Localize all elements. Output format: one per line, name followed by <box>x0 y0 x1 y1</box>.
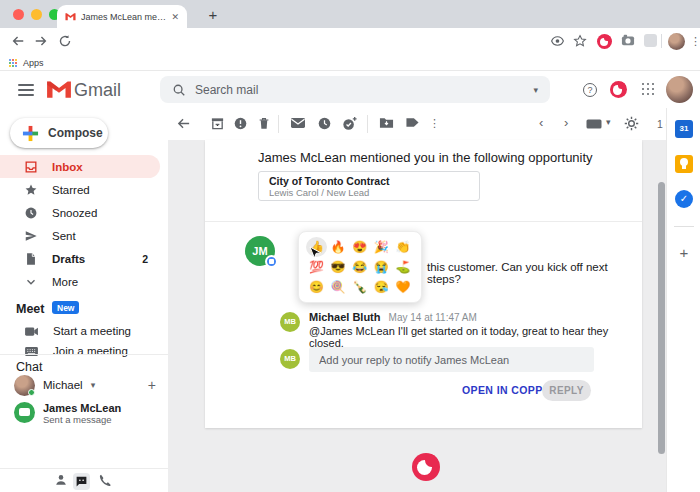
star-icon <box>24 183 38 197</box>
chat-user-row[interactable]: Michael ▾ + <box>14 374 160 396</box>
hamburger-menu-icon[interactable] <box>18 84 34 96</box>
archive-icon[interactable] <box>210 116 225 131</box>
input-tools-icon[interactable] <box>586 119 604 129</box>
chat-tab-icon[interactable] <box>73 473 90 490</box>
window-minimize-button[interactable] <box>31 9 42 20</box>
calendar-icon[interactable]: 31 <box>675 120 693 138</box>
emoji-option[interactable]: 🔥 <box>328 237 349 257</box>
copper-extension-icon[interactable] <box>597 34 612 49</box>
copper-logo <box>412 453 440 481</box>
apps-bookmark[interactable]: Apps <box>23 58 44 68</box>
google-apps-icon[interactable] <box>642 83 655 96</box>
reply-author-name: Michael Bluth <box>309 311 381 323</box>
compose-button[interactable]: Compose <box>10 118 108 148</box>
cursor-icon <box>309 246 322 260</box>
emoji-option[interactable]: 👏 <box>392 237 413 257</box>
snooze-icon[interactable] <box>317 116 332 131</box>
emoji-option[interactable]: ⛳ <box>392 257 413 277</box>
add-to-tasks-icon[interactable] <box>342 116 358 131</box>
delete-icon[interactable] <box>257 116 271 131</box>
help-icon[interactable]: ? <box>583 83 597 97</box>
tasks-icon[interactable]: ✓ <box>675 190 693 208</box>
opportunity-meta: Lewis Carol / New Lead <box>269 187 469 198</box>
emoji-option[interactable]: 🍭 <box>328 277 349 297</box>
copper-app-icon[interactable] <box>610 81 627 98</box>
keep-icon[interactable] <box>675 155 693 173</box>
reload-icon[interactable] <box>58 34 72 48</box>
forward-icon[interactable] <box>34 34 48 48</box>
scrollbar-thumb[interactable] <box>658 182 665 454</box>
bookmarks-bar: Apps <box>0 55 700 71</box>
emoji-option[interactable]: 😊 <box>306 277 327 297</box>
browser-profile-avatar[interactable] <box>668 33 685 50</box>
start-meeting-item[interactable]: Start a meeting <box>0 321 168 341</box>
mail-tab-icon[interactable] <box>54 473 68 487</box>
mention-message-text: this customer. Can you kick off next ste… <box>427 261 642 285</box>
mail-toolbar: ⋮ 1 of 372 ‹ › ▾ <box>168 108 666 140</box>
sidebar-item-starred[interactable]: Starred <box>0 178 160 201</box>
browser-tab[interactable]: James McLean mentioned you ✕ <box>57 5 187 28</box>
emoji-option[interactable]: 💯 <box>306 257 327 277</box>
search-bar[interactable]: ▾ <box>160 76 550 103</box>
report-spam-icon[interactable] <box>233 116 248 131</box>
opportunity-card[interactable]: City of Toronto Contract Lewis Carol / N… <box>258 171 480 201</box>
emoji-option[interactable]: 🍾 <box>349 277 370 297</box>
input-tools-caret-icon[interactable]: ▾ <box>606 117 611 127</box>
bookmark-star-icon[interactable] <box>573 34 587 48</box>
reply-author-avatar: MB <box>280 312 300 332</box>
compose-label: Compose <box>48 126 103 140</box>
search-input[interactable] <box>195 83 524 97</box>
camera-extension-icon[interactable] <box>621 34 635 47</box>
emoji-option[interactable]: 😭 <box>371 257 392 277</box>
tab-title: James McLean mentioned you <box>81 12 166 22</box>
gmail-logo-text: Gmail <box>74 80 121 101</box>
sidebar-item-inbox[interactable]: Inbox <box>0 155 160 178</box>
tab-close-icon[interactable]: ✕ <box>171 12 179 22</box>
newer-chevron-icon[interactable]: ‹ <box>539 115 543 130</box>
apps-grid-icon[interactable] <box>9 59 17 67</box>
sidebar-item-more[interactable]: More <box>0 270 160 293</box>
account-avatar[interactable] <box>666 76 693 103</box>
gmail-header: Gmail ▾ ? <box>0 71 700 108</box>
emoji-option[interactable]: 😂 <box>349 257 370 277</box>
chevron-down-icon <box>24 275 38 289</box>
emoji-option[interactable]: 🎉 <box>371 237 392 257</box>
search-options-caret-icon[interactable]: ▾ <box>533 85 538 95</box>
browser-tab-bar: James McLean mentioned you ✕ + <box>0 0 700 28</box>
browser-menu-icon[interactable]: ⋮ <box>690 35 700 48</box>
sidebar-item-sent[interactable]: Sent <box>0 224 160 247</box>
new-chat-button[interactable]: + <box>148 377 160 393</box>
emoji-option[interactable]: 😪 <box>371 277 392 297</box>
label-icon[interactable] <box>405 116 420 129</box>
toolbar-separator <box>278 115 279 133</box>
more-options-icon[interactable]: ⋮ <box>429 117 440 130</box>
draft-icon <box>24 252 38 266</box>
back-icon[interactable] <box>11 34 25 48</box>
emoji-option[interactable]: 😍 <box>349 237 370 257</box>
phone-tab-icon[interactable] <box>98 473 112 487</box>
sidebar-item-drafts[interactable]: Drafts 2 <box>0 247 160 270</box>
reply-input[interactable] <box>309 347 594 372</box>
back-to-inbox-icon[interactable] <box>176 116 191 131</box>
media-route-icon[interactable] <box>550 34 565 48</box>
join-meeting-item[interactable]: Join a meeting <box>0 341 168 361</box>
older-chevron-icon[interactable]: › <box>564 115 568 130</box>
settings-gear-icon[interactable] <box>624 116 639 131</box>
extension-icon[interactable] <box>644 34 657 47</box>
move-to-icon[interactable] <box>379 116 394 130</box>
get-addons-icon[interactable]: + <box>675 244 693 261</box>
mark-unread-icon[interactable] <box>290 116 306 130</box>
sidebar-divider <box>0 354 168 355</box>
opportunity-name: City of Toronto Contract <box>269 175 469 187</box>
reply-button[interactable]: REPLY <box>542 380 591 401</box>
gmail-sidebar: Compose Inbox Starred Snoozed Sent Draft… <box>0 108 168 492</box>
chat-contact-row[interactable]: James McLean Sent a message <box>14 402 160 425</box>
new-badge: New <box>52 301 79 314</box>
sidebar-item-snoozed[interactable]: Snoozed <box>0 201 160 224</box>
chat-section-title: Chat <box>16 360 42 374</box>
emoji-option[interactable]: 😎 <box>328 257 349 277</box>
new-tab-button[interactable]: + <box>203 5 223 25</box>
window-close-button[interactable] <box>13 9 24 20</box>
inbox-icon <box>24 160 38 174</box>
emoji-option[interactable]: 🧡 <box>392 277 413 297</box>
